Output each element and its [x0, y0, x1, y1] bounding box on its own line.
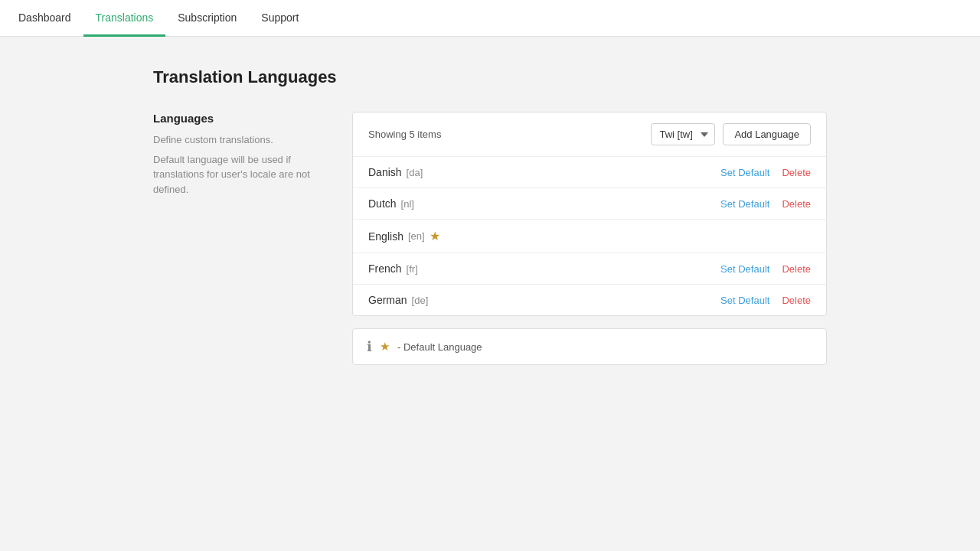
lang-code: [de]	[412, 295, 429, 306]
lang-code: [fr]	[407, 263, 418, 275]
lang-name: French	[368, 262, 402, 275]
set-default-button[interactable]: Set Default	[720, 295, 769, 306]
language-select[interactable]: Twi [tw]	[651, 123, 715, 145]
lang-code: [en]	[408, 230, 425, 242]
language-row: German[de]Set DefaultDelete	[353, 285, 826, 315]
set-default-button[interactable]: Set Default	[720, 167, 769, 178]
card-header: Showing 5 items Twi [tw] Add Language	[353, 112, 826, 157]
nav-dashboard[interactable]: Dashboard	[18, 0, 83, 37]
set-default-button[interactable]: Set Default	[720, 263, 769, 275]
info-box: ℹ ★ - Default Language	[352, 328, 827, 365]
page-title: Translation Languages	[153, 67, 827, 87]
lang-name-group: English[en]★	[368, 229, 440, 243]
lang-code: [da]	[407, 167, 423, 178]
lang-actions: Set DefaultDelete	[720, 263, 811, 275]
description-2: Default language will be used if transla…	[153, 152, 322, 197]
lang-name-group: Danish[da]	[368, 166, 423, 178]
description-1: Define custom translations.	[153, 132, 322, 148]
star-icon-info: ★	[380, 340, 390, 354]
language-row: Dutch[nl]Set DefaultDelete	[353, 188, 826, 220]
delete-button[interactable]: Delete	[782, 263, 811, 275]
nav-subscription[interactable]: Subscription	[165, 0, 249, 37]
lang-name-group: German[de]	[368, 294, 428, 306]
lang-actions: Set DefaultDelete	[720, 167, 811, 178]
lang-name: Danish	[368, 166, 402, 178]
lang-code: [nl]	[401, 198, 414, 210]
language-row: French[fr]Set DefaultDelete	[353, 253, 826, 285]
delete-button[interactable]: Delete	[782, 295, 811, 306]
delete-button[interactable]: Delete	[782, 198, 811, 210]
lang-name: English	[368, 230, 403, 243]
nav-translations[interactable]: Translations	[83, 0, 166, 37]
two-column-layout: Languages Define custom translations. De…	[153, 112, 827, 365]
language-list: Danish[da]Set DefaultDeleteDutch[nl]Set …	[353, 157, 826, 315]
set-default-button[interactable]: Set Default	[720, 198, 769, 210]
page-content: Translation Languages Languages Define c…	[0, 37, 980, 396]
lang-actions: Set DefaultDelete	[720, 198, 811, 210]
nav-support[interactable]: Support	[249, 0, 311, 37]
lang-name-group: French[fr]	[368, 262, 418, 275]
showing-count: Showing 5 items	[368, 129, 441, 140]
languages-card: Showing 5 items Twi [tw] Add Language Da…	[352, 112, 827, 316]
language-row: English[en]★	[353, 220, 826, 253]
header-actions: Twi [tw] Add Language	[651, 123, 811, 145]
language-row: Danish[da]Set DefaultDelete	[353, 157, 826, 188]
lang-name: Dutch	[368, 197, 397, 210]
add-language-button[interactable]: Add Language	[723, 123, 811, 145]
left-panel: Languages Define custom translations. De…	[153, 112, 322, 197]
delete-button[interactable]: Delete	[782, 167, 811, 178]
top-navigation: Dashboard Translations Subscription Supp…	[0, 0, 980, 37]
languages-heading: Languages	[153, 112, 322, 125]
right-panel: Showing 5 items Twi [tw] Add Language Da…	[352, 112, 827, 365]
lang-name: German	[368, 294, 407, 306]
lang-name-group: Dutch[nl]	[368, 197, 414, 210]
info-icon: ℹ	[367, 338, 372, 355]
info-text: - Default Language	[397, 341, 482, 353]
default-star-icon: ★	[430, 229, 440, 243]
lang-actions: Set DefaultDelete	[720, 295, 811, 306]
